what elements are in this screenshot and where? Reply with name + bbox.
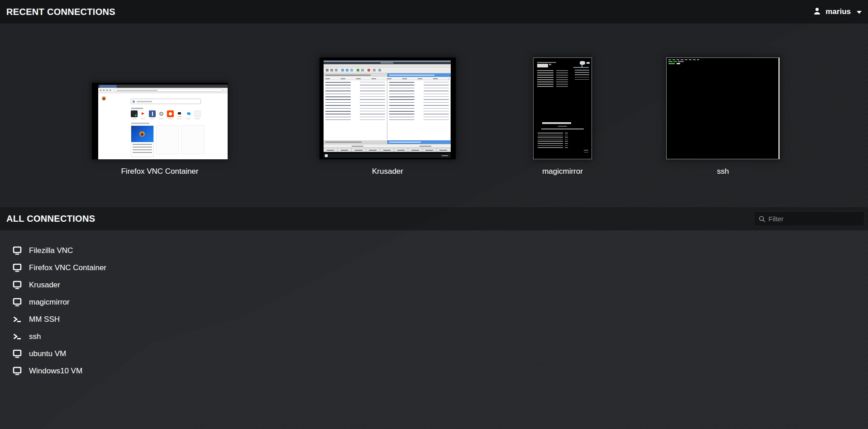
connection-thumbnail-ssh — [666, 57, 780, 159]
recent-connections-row: Firefox VNC Container Krusader — [0, 57, 868, 176]
recent-connection-ssh[interactable]: ssh — [666, 57, 780, 176]
recent-connection-krusader[interactable]: Krusader — [320, 57, 456, 176]
recent-connections-section: Firefox VNC Container Krusader — [0, 24, 868, 207]
filter-input[interactable] — [768, 215, 850, 223]
connection-item-windows10-vm[interactable]: Windows10 VM — [13, 362, 91, 380]
recent-connections-title: RECENT CONNECTIONS — [6, 7, 115, 17]
connection-thumbnail-firefox — [92, 83, 228, 159]
mirror-clock — [537, 64, 548, 67]
terminal-icon — [13, 315, 22, 324]
browser-window — [98, 85, 228, 159]
chevron-down-icon — [857, 8, 862, 16]
connection-item-mm-ssh[interactable]: MM SSH — [13, 311, 69, 328]
monitor-icon — [13, 349, 22, 358]
mirror-weather-icon — [580, 61, 585, 65]
connection-label: Firefox VNC Container — [121, 167, 198, 176]
search-icon — [758, 215, 766, 223]
monitor-icon — [13, 298, 22, 307]
firefox-logo — [102, 96, 106, 100]
newtab-search-bar — [131, 99, 201, 104]
pocket-story-card — [131, 125, 154, 157]
connection-item-firefox-vnc-container[interactable]: Firefox VNC Container — [13, 259, 115, 276]
all-connections-title: ALL CONNECTIONS — [6, 214, 95, 224]
connection-item-magicmirror[interactable]: magicmirror — [13, 294, 79, 311]
recent-connection-firefox-vnc-container[interactable]: Firefox VNC Container — [92, 83, 228, 176]
connection-item-krusader[interactable]: Krusader — [13, 276, 69, 294]
user-menu[interactable]: marius — [813, 7, 862, 17]
newtab-top-sites — [131, 110, 203, 120]
desktop-taskbar — [324, 153, 451, 158]
connection-label: ssh — [717, 167, 729, 176]
krusader-window — [324, 61, 451, 152]
connection-thumbnail-krusader — [320, 57, 456, 159]
monitor-icon — [13, 263, 22, 272]
all-connections-header: ALL CONNECTIONS — [0, 207, 868, 230]
app-header: RECENT CONNECTIONS marius — [0, 0, 868, 24]
recent-connection-magicmirror[interactable]: magicmirror — [533, 57, 592, 176]
connection-item-ssh[interactable]: ssh — [13, 328, 50, 345]
monitor-icon — [13, 246, 22, 255]
terminal-scrollbar — [778, 58, 780, 159]
connection-item-ubuntu-vm[interactable]: ubuntu VM — [13, 345, 75, 362]
connection-thumbnail-magicmirror — [533, 57, 592, 159]
connection-label: magicmirror — [542, 167, 583, 176]
connection-item-filezilla-vnc[interactable]: Filezilla VNC — [13, 242, 82, 259]
user-icon — [813, 7, 821, 17]
monitor-icon — [13, 367, 22, 376]
connection-label: Krusader — [372, 167, 403, 176]
connection-filter — [754, 211, 864, 226]
all-connections-list: Filezilla VNC Firefox VNC Container Krus… — [0, 230, 868, 380]
terminal-icon — [13, 332, 22, 341]
monitor-icon — [13, 281, 22, 290]
user-name: marius — [825, 7, 851, 16]
